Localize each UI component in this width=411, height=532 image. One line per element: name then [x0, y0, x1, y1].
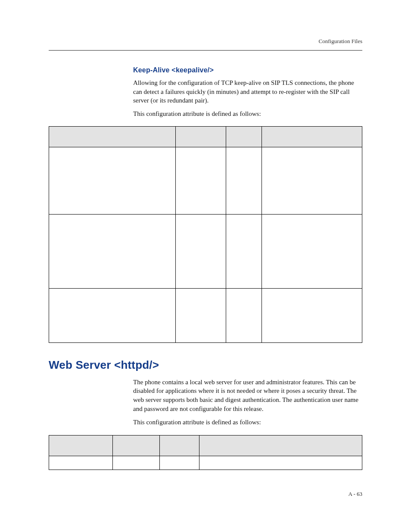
table-cell: [49, 288, 176, 342]
table-cell: [262, 288, 362, 342]
table-cell: [49, 147, 176, 214]
table-cell: [49, 214, 176, 288]
table-header-cell: [262, 126, 362, 147]
table-cell: [176, 147, 226, 214]
table-cell: [113, 456, 160, 470]
web-server-paragraph-1: The phone contains a local web server fo…: [133, 378, 362, 414]
keep-alive-paragraph-2: This configuration attribute is defined …: [133, 109, 362, 118]
table-header-row: [49, 436, 362, 456]
table-cell: [176, 288, 226, 342]
web-server-heading: Web Server <httpd/>: [49, 358, 362, 372]
web-server-table: [49, 435, 362, 470]
page-number: A - 63: [349, 491, 363, 498]
table-header-cell: [226, 126, 262, 147]
table-row: [49, 214, 362, 288]
keep-alive-paragraph-1: Allowing for the configuration of TCP ke…: [133, 78, 362, 105]
table-header-cell: [113, 436, 160, 456]
table-cell: [226, 214, 262, 288]
keep-alive-heading: Keep-Alive <keepalive/>: [133, 66, 362, 74]
table-cell: [160, 456, 199, 470]
table-row: [49, 456, 362, 470]
table-header-cell: [199, 436, 362, 456]
header-rule: [49, 50, 362, 51]
table-cell: [176, 214, 226, 288]
table-header-cell: [176, 126, 226, 147]
table-cell: [262, 214, 362, 288]
table-header-cell: [160, 436, 199, 456]
running-head: Configuration Files: [49, 38, 362, 45]
table-row: [49, 288, 362, 342]
table-header-cell: [49, 126, 176, 147]
web-server-paragraph-2: This configuration attribute is defined …: [133, 418, 362, 427]
table-cell: [199, 456, 362, 470]
table-cell: [262, 147, 362, 214]
table-header-row: [49, 126, 362, 147]
keep-alive-table: [49, 126, 362, 343]
table-cell: [226, 147, 262, 214]
table-row: [49, 147, 362, 214]
table-cell: [226, 288, 262, 342]
table-header-cell: [49, 436, 113, 456]
table-cell: [49, 456, 113, 470]
